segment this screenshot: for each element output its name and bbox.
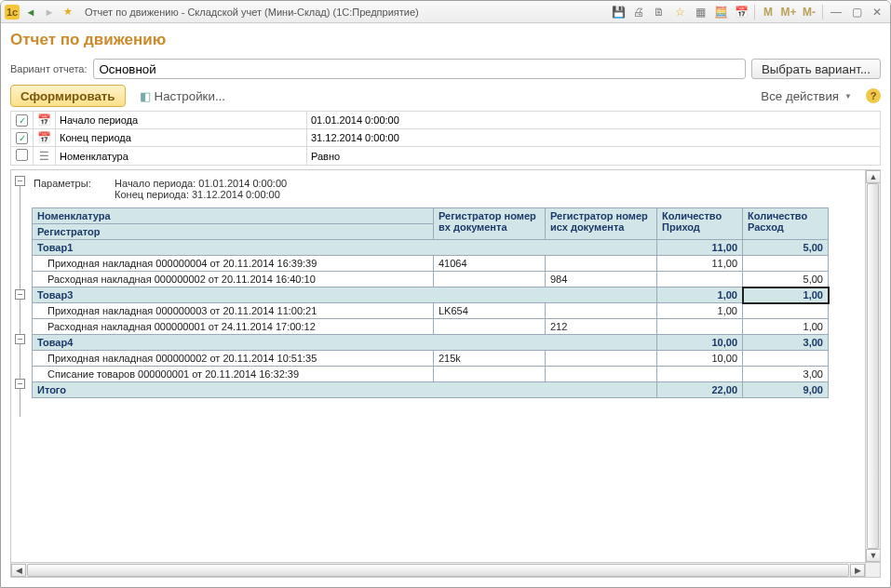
print-icon[interactable]: 🖨 — [629, 4, 648, 20]
m-minus-button[interactable]: M- — [800, 4, 818, 20]
cell-qty-in — [657, 367, 743, 382]
cell-qty-in — [657, 319, 743, 335]
titlebar: 1c ◄ ► ★ Отчет по движению - Складской у… — [1, 1, 890, 23]
calendar-icon: 📅 — [37, 114, 51, 127]
minimize-button[interactable]: — — [827, 4, 845, 20]
data-row[interactable]: Расходная накладная 000000002 от 20.11.2… — [33, 272, 829, 287]
list-icon: ☰ — [39, 150, 49, 163]
grid-icon[interactable]: ▦ — [691, 4, 709, 20]
back-icon[interactable]: ◄ — [23, 5, 38, 20]
titlebar-tools: 💾 🖨 🗎 ☆ ▦ 🧮 📅 M M+ M- — ▢ ✕ — [609, 4, 886, 20]
params-line-1: Конец периода: 31.12.2014 0:00:00 — [115, 189, 280, 200]
all-actions-button[interactable]: Все действия ▼ — [752, 85, 860, 107]
group-qty-in: 1,00 — [657, 287, 743, 303]
cell-registrar: Приходная накладная 000000002 от 20.11.2… — [33, 351, 434, 367]
vscroll-thumb[interactable] — [867, 183, 879, 549]
param-name: Конец периода — [56, 129, 307, 147]
total-label: Итого — [33, 382, 657, 398]
cell-in-doc — [434, 319, 546, 335]
cell-qty-in: 1,00 — [657, 303, 743, 319]
param-value[interactable]: 31.12.2014 0:00:00 — [307, 129, 881, 147]
cell-registrar: Расходная накладная 000000002 от 20.11.2… — [33, 272, 434, 287]
group-row[interactable]: Товар111,005,00 — [33, 240, 829, 256]
cell-qty-out: 1,00 — [743, 319, 829, 335]
cell-in-doc — [434, 367, 546, 382]
collapse-group-2[interactable]: – — [15, 334, 25, 344]
param-value[interactable]: Равно — [307, 147, 881, 166]
report-params-block: Параметры: Начало периода: 01.01.2014 0:… — [32, 170, 879, 207]
collapse-group-1[interactable]: – — [15, 289, 25, 300]
param-checkbox[interactable]: ✓ — [16, 114, 28, 127]
close-button[interactable]: ✕ — [868, 4, 886, 20]
cell-out-doc: 212 — [546, 319, 657, 335]
settings-icon: ◧ — [140, 89, 151, 103]
page-title: Отчет по движению — [10, 31, 881, 49]
data-row[interactable]: Списание товаров 000000001 от 20.11.2014… — [33, 367, 829, 382]
doc-icon[interactable]: 🗎 — [650, 4, 668, 20]
maximize-button[interactable]: ▢ — [847, 4, 866, 20]
scroll-down-button[interactable]: ▼ — [866, 549, 881, 562]
collapse-all-button[interactable]: – — [15, 176, 25, 186]
param-row[interactable]: ✓📅Начало периода01.01.2014 0:00:00 — [11, 112, 881, 129]
m-button[interactable]: M — [759, 4, 777, 20]
choose-variant-button[interactable]: Выбрать вариант... — [751, 59, 881, 79]
report-area: – – – – Параметры: Начало периода: 01.01… — [10, 169, 881, 578]
group-qty-out: 1,00 — [743, 287, 829, 303]
hscroll-thumb[interactable] — [27, 564, 849, 577]
star-icon[interactable]: ☆ — [670, 4, 689, 20]
param-checkbox[interactable]: ✓ — [16, 132, 28, 144]
param-row[interactable]: ☰НоменклатураРавно — [11, 147, 881, 166]
param-name: Номенклатура — [56, 147, 307, 166]
col-registrar: Регистратор — [33, 224, 434, 240]
calendar-icon[interactable]: 📅 — [732, 4, 750, 20]
col-qty-out: Количество Расход — [743, 208, 829, 240]
outline-gutter: – – – – — [11, 170, 32, 577]
data-row[interactable]: Приходная накладная 000000004 от 20.11.2… — [33, 256, 829, 272]
cell-out-doc — [546, 256, 657, 272]
group-qty-out: 5,00 — [743, 240, 829, 256]
scroll-left-button[interactable]: ◀ — [11, 564, 26, 577]
calc-icon[interactable]: 🧮 — [711, 4, 730, 20]
col-reg-out: Регистратор номер исх документа — [546, 208, 657, 240]
cell-qty-out: 5,00 — [743, 272, 829, 287]
settings-label: Настройки... — [155, 89, 225, 103]
param-row[interactable]: ✓📅Конец периода31.12.2014 0:00:00 — [11, 129, 881, 147]
save-icon[interactable]: 💾 — [609, 4, 628, 20]
help-button[interactable]: ? — [866, 88, 881, 103]
cell-registrar: Приходная накладная 000000004 от 20.11.2… — [33, 256, 434, 272]
cell-qty-out: 3,00 — [743, 367, 829, 382]
param-value[interactable]: 01.01.2014 0:00:00 — [307, 112, 881, 129]
param-checkbox[interactable] — [16, 149, 28, 161]
param-name: Начало периода — [56, 112, 307, 129]
collapse-group-3[interactable]: – — [15, 379, 25, 389]
horizontal-scrollbar[interactable]: ◀ ▶ — [11, 562, 865, 577]
vertical-scrollbar[interactable]: ▲ ▼ — [865, 170, 880, 562]
scroll-right-button[interactable]: ▶ — [850, 564, 865, 577]
all-actions-label: Все действия — [761, 89, 839, 103]
group-qty-in: 11,00 — [657, 240, 743, 256]
cell-registrar: Расходная накладная 000000001 от 24.11.2… — [33, 319, 434, 335]
forward-icon[interactable]: ► — [42, 5, 57, 20]
col-qty-in: Количество Приход — [657, 208, 743, 240]
favorite-icon[interactable]: ★ — [61, 5, 75, 20]
col-nomen: Номенклатура — [33, 208, 434, 224]
cell-out-doc — [546, 303, 657, 319]
group-row[interactable]: Товар31,001,00 — [33, 287, 829, 303]
variant-input[interactable] — [93, 59, 746, 79]
group-row[interactable]: Товар410,003,00 — [33, 335, 829, 351]
variant-label: Вариант отчета: — [10, 63, 88, 74]
data-row[interactable]: Приходная накладная 000000002 от 20.11.2… — [33, 351, 829, 367]
group-name: Товар4 — [33, 335, 657, 351]
scroll-up-button[interactable]: ▲ — [866, 170, 881, 183]
group-qty-in: 10,00 — [657, 335, 743, 351]
settings-button[interactable]: ◧ Настройки... — [131, 85, 234, 107]
report-body[interactable]: Параметры: Начало периода: 01.01.2014 0:… — [32, 170, 880, 577]
cell-out-doc — [546, 351, 657, 367]
cell-in-doc: LK654 — [434, 303, 546, 319]
report-table: Номенклатура Регистратор номер вх докуме… — [32, 207, 829, 398]
m-plus-button[interactable]: M+ — [779, 4, 798, 20]
generate-button[interactable]: Сформировать — [10, 85, 126, 107]
data-row[interactable]: Приходная накладная 000000003 от 20.11.2… — [33, 303, 829, 319]
data-row[interactable]: Расходная накладная 000000001 от 24.11.2… — [33, 319, 829, 335]
col-reg-in: Регистратор номер вх документа — [434, 208, 546, 240]
